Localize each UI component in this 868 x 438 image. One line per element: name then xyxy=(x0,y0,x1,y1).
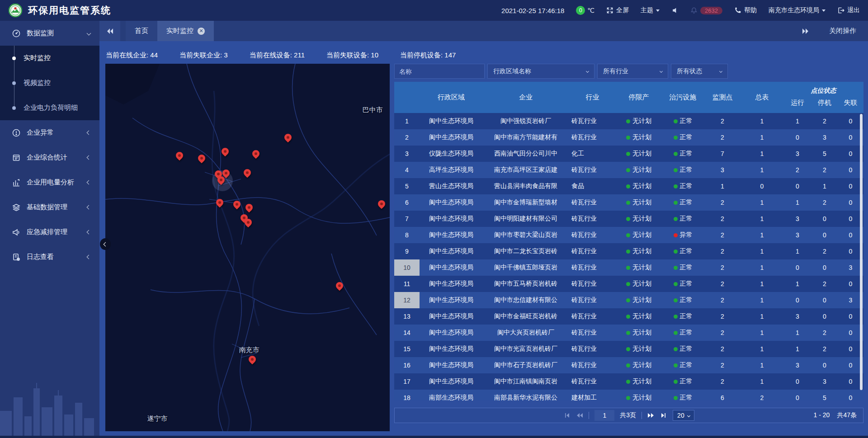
page-number-input[interactable] xyxy=(594,410,614,421)
tab-realtime-monitor[interactable]: 实时监控 ✕ xyxy=(157,21,214,41)
sidebar-item-power-load-detail[interactable]: 企业电力负荷明细 xyxy=(0,95,99,120)
prev-page-button[interactable] xyxy=(576,412,583,419)
table-row[interactable]: 17阆中生态环境局阆中市江南镇阆南页岩砖瓦行业无计划正常21030 xyxy=(394,373,863,390)
sidebar-item-log-view[interactable]: 日志查看 xyxy=(0,245,99,269)
help-button[interactable]: 帮助 xyxy=(734,6,757,14)
cell-company: 阆中市金福旺页岩机砖 xyxy=(483,308,569,325)
sidebar-item-emergency-reduction[interactable]: 应急减排管理 xyxy=(0,220,99,245)
tab-close-icon[interactable]: ✕ xyxy=(198,28,205,35)
map-panel[interactable]: 巴中市南充市遂宁市 xyxy=(105,64,390,431)
sidebar-item-enterprise-abnormal[interactable]: 企业异常 xyxy=(0,120,99,145)
cell-run-count: 3 xyxy=(783,357,811,373)
map-roads xyxy=(105,64,390,431)
table-row[interactable]: 11阆中生态环境局阆中市五马桥页岩机砖砖瓦行业无计划正常21120 xyxy=(394,276,863,292)
status-filter-select[interactable]: 所有状态 xyxy=(671,64,728,79)
pagination-summary: 1 - 20 共47条 xyxy=(814,411,857,419)
sidebar-item-video-monitor[interactable]: 视频监控 xyxy=(0,71,99,95)
filter-bar: 行政区域名称 所有行业 所有状态 xyxy=(394,64,863,79)
cell-industry: 砖瓦行业 xyxy=(569,243,616,259)
header-index xyxy=(394,82,420,113)
map-pin[interactable] xyxy=(216,199,224,209)
table-row[interactable]: 7阆中生态环境局阆中明阳建材有限公司砖瓦行业无计划正常21300 xyxy=(394,211,863,227)
fullscreen-button[interactable]: 全屏 xyxy=(606,6,629,14)
cell-stop-count: 2 xyxy=(811,341,838,357)
tab-home[interactable]: 首页 xyxy=(126,21,157,41)
city-skyline-decoration xyxy=(0,375,99,438)
name-filter-input[interactable] xyxy=(394,64,485,79)
last-page-button[interactable] xyxy=(660,412,667,419)
table-row[interactable]: 14阆中生态环境局阆中大兴页岩机砖厂砖瓦行业无计划正常21120 xyxy=(394,325,863,341)
sidebar-subitem-label: 视频监控 xyxy=(24,79,51,87)
sidebar-subitem-label: 实时监控 xyxy=(24,54,51,62)
map-pin[interactable] xyxy=(249,356,257,366)
bell-icon xyxy=(690,7,698,14)
table-row[interactable]: 5营山生态环境局营山县润丰肉食品有限食品无计划正常10010 xyxy=(394,178,863,194)
table-row[interactable]: 6阆中生态环境局阆中市金博瑞新型墙材砖瓦行业无计划正常21120 xyxy=(394,194,863,211)
sound-toggle[interactable] xyxy=(671,7,679,14)
cell-industry: 砖瓦行业 xyxy=(569,308,616,325)
cell-total-meter: 1 xyxy=(741,341,783,357)
map-pin[interactable] xyxy=(284,134,292,144)
tabs-scroll-left-button[interactable] xyxy=(99,21,120,41)
map-pin[interactable] xyxy=(336,282,344,292)
region-filter-select[interactable]: 行政区域名称 xyxy=(487,64,594,79)
sidebar-item-realtime-monitor[interactable]: 实时监控 xyxy=(0,46,99,71)
map-pin[interactable] xyxy=(217,176,226,186)
page-size-select[interactable]: 20 xyxy=(673,410,694,421)
sidebar-item-base-data[interactable]: 基础数据管理 xyxy=(0,195,99,220)
table-row[interactable]: 2阆中生态环境局阆中市南方节能建材有砖瓦行业无计划正常21030 xyxy=(394,129,863,146)
table-row[interactable]: 1阆中生态环境局阆中强锐页岩砖厂砖瓦行业无计划正常21120 xyxy=(394,113,863,129)
table-row[interactable]: 12阆中生态环境局阆中市忠信建材有限公砖瓦行业无计划正常21003 xyxy=(394,292,863,308)
table-row[interactable]: 10阆中生态环境局阆中千佛镇五郎垭页岩砖瓦行业无计划正常21003 xyxy=(394,259,863,276)
map-pin[interactable] xyxy=(233,201,241,211)
table-row[interactable]: 18南部生态环境局南部县新华水泥有限公建材加工无计划正常62050 xyxy=(394,390,863,400)
cell-plan-status: 无计划 xyxy=(616,129,661,146)
table-scrollbar[interactable] xyxy=(860,114,863,390)
industry-filter-select[interactable]: 所有行业 xyxy=(597,64,668,79)
sidebar-item-data-monitor[interactable]: 数据监测 xyxy=(0,21,99,46)
next-page-button[interactable] xyxy=(647,412,655,419)
cell-run-count: 1 xyxy=(783,243,811,259)
tabs-scroll-right-button[interactable] xyxy=(802,28,809,34)
total-count-label: 共47条 xyxy=(837,411,857,419)
logout-button[interactable]: 退出 xyxy=(837,6,860,14)
close-operations-button[interactable]: 关闭操作 xyxy=(829,27,856,35)
cell-total-meter: 1 xyxy=(741,146,783,162)
sidebar-item-power-analysis[interactable]: 企业用电量分析 xyxy=(0,170,99,195)
map-pin[interactable] xyxy=(176,152,184,162)
map-pin[interactable] xyxy=(378,200,386,210)
status-ok-dot xyxy=(626,233,630,237)
status-ok-dot xyxy=(674,315,678,319)
table-row[interactable]: 4高坪生态环境局南充市高坪区王家店建砖瓦行业无计划正常31220 xyxy=(394,162,863,178)
map-pin[interactable] xyxy=(252,150,260,160)
table-row[interactable]: 16阆中生态环境局阆中市石子页岩机砖厂砖瓦行业无计划正常21300 xyxy=(394,357,863,373)
row-index-cell: 15 xyxy=(394,341,420,357)
table-row[interactable]: 3仪陇生态环境局西南油气田分公司川中化工无计划正常71350 xyxy=(394,146,863,162)
row-index-cell: 10 xyxy=(394,259,420,276)
table-row[interactable]: 13阆中生态环境局阆中市金福旺页岩机砖砖瓦行业无计划正常21300 xyxy=(394,308,863,325)
status-ok-dot xyxy=(674,168,678,172)
map-pin[interactable] xyxy=(244,169,252,179)
map-pin[interactable] xyxy=(245,204,254,214)
cell-monitor-count: 3 xyxy=(704,162,741,178)
theme-menu[interactable]: 主题 xyxy=(641,6,660,14)
sidebar-item-enterprise-stats[interactable]: 企业综合统计 xyxy=(0,145,99,170)
cell-plan-status: 无计划 xyxy=(616,390,661,400)
table-row[interactable]: 15阆中生态环境局阆中市光富页岩机砖厂砖瓦行业无计划正常21120 xyxy=(394,341,863,357)
cell-company: 阆中千佛镇五郎垭页岩 xyxy=(483,259,569,276)
row-index-cell: 16 xyxy=(394,357,420,373)
sidebar-collapse-button[interactable] xyxy=(100,238,111,250)
cell-stop-count: 0 xyxy=(811,292,838,308)
sidebar-item-label: 基础数据管理 xyxy=(27,203,67,212)
header-point-status-group: 点位状态 运行 停机 失联 xyxy=(783,82,863,113)
first-page-button[interactable] xyxy=(563,412,571,419)
table-row[interactable]: 9阆中生态环境局阆中市二龙长宝页岩砖砖瓦行业无计划正常21120 xyxy=(394,243,863,259)
map-pin[interactable] xyxy=(245,219,253,229)
notifications-button[interactable]: 2632 xyxy=(690,7,722,14)
map-pin[interactable] xyxy=(222,148,230,158)
table-row[interactable]: 8阆中生态环境局阆中市枣碧大梁山页岩砖瓦行业无计划异常21300 xyxy=(394,227,863,243)
app-root: 环保用电监管系统 2021-02-25 17:46:18 0 ℃ 全屏 主题 xyxy=(0,0,868,438)
map-pin[interactable] xyxy=(198,155,206,165)
cell-monitor-count: 2 xyxy=(704,211,741,227)
user-menu[interactable]: 南充市生态环境局 xyxy=(769,6,826,14)
